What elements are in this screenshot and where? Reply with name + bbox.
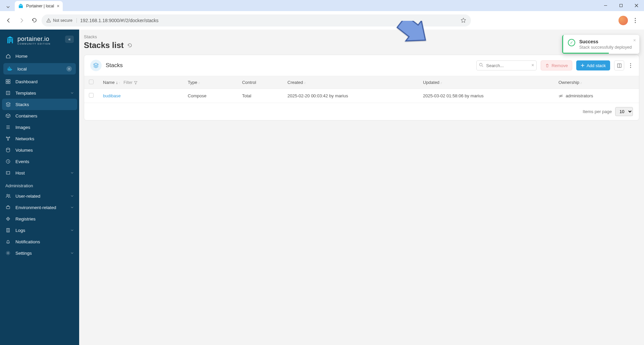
svg-point-7: [635, 18, 636, 19]
address-bar[interactable]: Not secure 192.168.1.18:9000/#!/2/docker…: [42, 14, 471, 27]
sidebar-item-label: Volumes: [15, 148, 33, 153]
column-type[interactable]: Type↓↑: [183, 76, 237, 89]
remove-button[interactable]: Remove: [541, 60, 572, 70]
card-title: Stacks: [106, 62, 472, 69]
sidebar-item-settings[interactable]: Settings: [0, 247, 79, 259]
sidebar-item-images[interactable]: Images: [0, 121, 79, 133]
svg-point-42: [7, 252, 9, 254]
chevron-down-icon: [70, 229, 74, 232]
column-updated[interactable]: Updated↓↑: [418, 76, 554, 89]
sidebar-item-notifications[interactable]: Notifications: [0, 236, 79, 247]
svg-line-53: [559, 94, 562, 98]
svg-rect-17: [10, 68, 11, 69]
images-icon: [5, 125, 11, 130]
svg-rect-16: [9, 67, 10, 68]
browser-reload-button[interactable]: [29, 15, 40, 26]
table-row: budibase Compose Total 2025-02-20 00:03:…: [84, 89, 639, 103]
sidebar-item-label: Stacks: [15, 102, 29, 107]
networks-icon: [5, 136, 11, 141]
sidebar: portainer.io COMMUNITY EDITION « Home lo…: [0, 30, 79, 345]
svg-rect-2: [620, 4, 622, 7]
browser-tab[interactable]: Portainer | local ×: [15, 1, 63, 11]
cell-control: Total: [237, 89, 283, 103]
stacks-card-icon: [90, 60, 102, 71]
sidebar-item-networks[interactable]: Networks: [0, 133, 79, 144]
column-control[interactable]: Control: [237, 76, 283, 89]
sidebar-item-templates[interactable]: Templates: [0, 87, 79, 99]
cell-type: Compose: [183, 89, 237, 103]
brand-edition: COMMUNITY EDITION: [17, 43, 51, 45]
templates-icon: [5, 90, 11, 96]
page-title: Stacks list: [84, 41, 639, 50]
success-toast: ✓ Success Stack successfully deployed ×: [562, 35, 639, 54]
sidebar-item-stacks[interactable]: Stacks: [2, 99, 77, 110]
security-label: Not secure: [53, 18, 72, 23]
sidebar-item-home[interactable]: Home: [0, 50, 79, 62]
search-clear-icon[interactable]: ×: [531, 62, 534, 68]
sidebar-collapse-button[interactable]: «: [65, 36, 74, 43]
admin-section-title: Administration: [0, 179, 79, 190]
refresh-icon[interactable]: [127, 43, 132, 48]
browser-menu-button[interactable]: [630, 18, 641, 23]
docker-icon: [7, 66, 13, 71]
search-input[interactable]: [476, 60, 537, 70]
window-close-button[interactable]: [629, 0, 644, 11]
svg-rect-18: [6, 80, 8, 81]
sidebar-item-events[interactable]: Events: [0, 156, 79, 167]
column-name[interactable]: Name ↓↑Filter: [98, 76, 183, 89]
window-minimize-button[interactable]: [598, 0, 613, 11]
select-all-checkbox[interactable]: [89, 80, 94, 84]
add-stack-button[interactable]: Add stack: [576, 60, 610, 70]
toast-close-icon[interactable]: ×: [633, 38, 636, 43]
bookmark-star-icon[interactable]: [461, 17, 466, 23]
window-maximize-button[interactable]: [613, 0, 629, 11]
tab-close-icon[interactable]: ×: [57, 3, 59, 9]
environment-name: local: [17, 66, 27, 71]
cell-updated: 2025-03-02 01:58:06 by marius: [418, 89, 554, 103]
row-checkbox[interactable]: [89, 93, 94, 98]
sidebar-item-registries[interactable]: Registries: [0, 213, 79, 225]
svg-rect-22: [6, 91, 10, 95]
toast-progress-bar: [563, 53, 609, 54]
svg-point-33: [6, 194, 8, 196]
sidebar-item-label: Host: [15, 170, 25, 176]
toast-message: Stack successfully deployed: [579, 45, 632, 50]
sidebar-item-dashboard[interactable]: Dashboard: [0, 76, 79, 87]
sidebar-item-containers[interactable]: Containers: [0, 110, 79, 121]
sidebar-environment[interactable]: local ×: [3, 63, 76, 75]
sidebar-item-logs[interactable]: Logs: [0, 225, 79, 236]
sidebar-item-label: Events: [15, 159, 29, 164]
browser-forward-button[interactable]: [16, 15, 27, 26]
profile-avatar[interactable]: [619, 16, 628, 25]
sidebar-item-host[interactable]: Host: [0, 167, 79, 179]
tab-list-button[interactable]: [4, 3, 12, 11]
columns-button[interactable]: [614, 60, 624, 70]
containers-icon: [5, 113, 11, 118]
chevron-down-icon: [70, 206, 74, 209]
sidebar-item-label: Templates: [15, 91, 36, 96]
environment-close-icon[interactable]: ×: [66, 66, 72, 71]
security-indicator[interactable]: Not secure: [46, 18, 77, 23]
search-box: ×: [476, 60, 537, 70]
sidebar-item-user-related[interactable]: User-related: [0, 190, 79, 202]
sidebar-item-environment-related[interactable]: Environment-related: [0, 202, 79, 213]
chevron-down-icon: [70, 251, 74, 255]
gear-icon: [5, 250, 11, 256]
browser-back-button[interactable]: [3, 15, 14, 26]
main-content: Stacks Stacks list Stacks × Remove: [79, 30, 644, 345]
users-icon: [5, 193, 11, 199]
sidebar-item-volumes[interactable]: Volumes: [0, 144, 79, 156]
table-menu-button[interactable]: [628, 63, 633, 68]
trash-icon: [545, 63, 549, 68]
svg-point-51: [630, 67, 631, 68]
portainer-favicon-icon: [18, 3, 23, 9]
sidebar-item-label: Networks: [15, 136, 34, 141]
column-created[interactable]: Created↓↑: [283, 76, 418, 89]
items-per-page-select[interactable]: 10: [615, 107, 633, 116]
svg-point-50: [630, 65, 631, 66]
svg-rect-11: [9, 39, 10, 43]
column-ownership[interactable]: Ownership↓↑: [554, 76, 639, 89]
stack-name-link[interactable]: budibase: [103, 93, 121, 98]
sidebar-item-label: Images: [15, 125, 30, 130]
cell-created: 2025-02-20 00:03:42 by marius: [283, 89, 418, 103]
